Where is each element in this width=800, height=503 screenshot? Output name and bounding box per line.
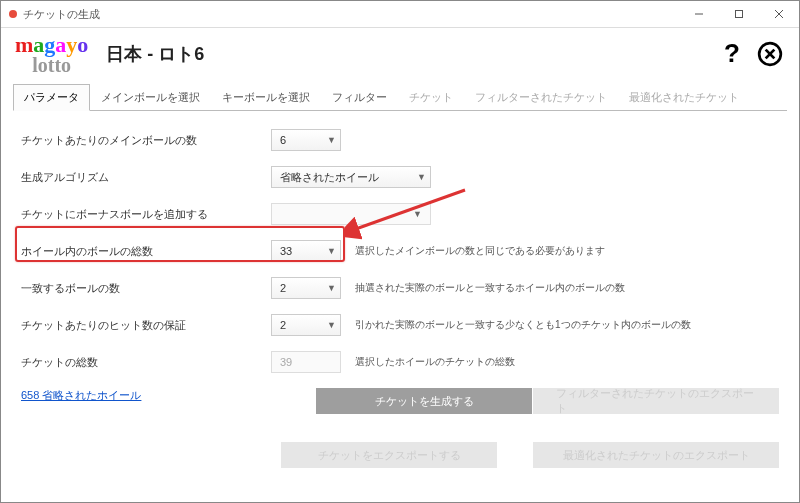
chevron-down-icon: ▼ [327,320,336,330]
generate-tickets-button[interactable]: チケットを生成する [316,388,532,414]
parameters-panel: チケットあたりのメインボールの数 6▼ 生成アルゴリズム 省略されたホイール▼ … [1,111,799,478]
header: magayo lotto 日本 - ロト6 ? [1,28,799,84]
match-count-select[interactable]: 2▼ [271,277,341,299]
tab-tickets: チケット [398,84,464,111]
match-count-hint: 抽選された実際のボールと一致するホイール内のボールの数 [355,281,625,295]
hit-guarantee-select[interactable]: 2▼ [271,314,341,336]
total-in-wheel-hint: 選択したメインボールの数と同じである必要があります [355,244,605,258]
maximize-button[interactable] [719,1,759,27]
export-filtered-button: フィルターされたチケットのエクスポート [533,388,779,414]
svg-text:?: ? [724,41,740,67]
logo: magayo lotto [15,34,88,74]
ticket-total-label: チケットの総数 [21,355,271,370]
chevron-down-icon: ▼ [327,246,336,256]
chevron-down-icon: ▼ [327,283,336,293]
main-per-ticket-select[interactable]: 6▼ [271,129,341,151]
tab-select-key[interactable]: キーボールを選択 [211,84,321,111]
chevron-down-icon: ▼ [417,172,426,182]
algorithm-label: 生成アルゴリズム [21,170,271,185]
app-window: チケットの生成 magayo lotto 日本 - ロト6 ? パラメータ メイ… [0,0,800,503]
chevron-down-icon: ▼ [413,209,422,219]
tab-optimized-tickets: 最適化されたチケット [618,84,750,111]
help-button[interactable]: ? [717,39,747,69]
hit-guarantee-label: チケットあたりのヒット数の保証 [21,318,271,333]
match-count-label: 一致するボールの数 [21,281,271,296]
tabs: パラメータ メインボールを選択 キーボールを選択 フィルター チケット フィルタ… [13,84,787,111]
minimize-button[interactable] [679,1,719,27]
tab-filtered-tickets: フィルターされたチケット [464,84,618,111]
export-tickets-button: チケットをエクスポートする [281,442,497,468]
tab-parameters[interactable]: パラメータ [13,84,90,111]
export-optimized-button: 最適化されたチケットのエクスポート [533,442,779,468]
ticket-total-field: 39 [271,351,341,373]
window-title: チケットの生成 [23,7,100,22]
tab-filter[interactable]: フィルター [321,84,398,111]
close-dialog-button[interactable] [755,39,785,69]
page-title: 日本 - ロト6 [106,42,204,66]
chevron-down-icon: ▼ [327,135,336,145]
ticket-total-hint: 選択したホイールのチケットの総数 [355,355,515,369]
algorithm-select[interactable]: 省略されたホイール▼ [271,166,431,188]
total-in-wheel-label: ホイール内のボールの総数 [21,244,271,259]
wheel-link[interactable]: 658 省略されたホイール [21,388,141,414]
svg-rect-1 [736,11,743,18]
hit-guarantee-hint: 引かれた実際のボールと一致する少なくとも1つのチケット内のボールの数 [355,318,691,332]
close-button[interactable] [759,1,799,27]
add-bonus-select: ▼ [271,203,431,225]
main-per-ticket-label: チケットあたりのメインボールの数 [21,133,271,148]
titlebar-icon [9,10,17,18]
total-in-wheel-select[interactable]: 33▼ [271,240,341,262]
titlebar: チケットの生成 [1,1,799,28]
tab-select-main[interactable]: メインボールを選択 [90,84,211,111]
add-bonus-label: チケットにボーナスボールを追加する [21,207,271,222]
